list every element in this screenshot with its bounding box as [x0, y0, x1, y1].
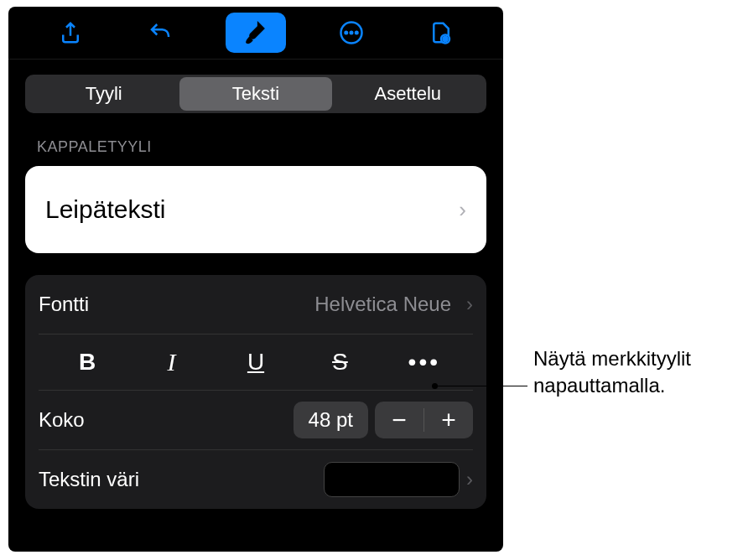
font-value: Helvetica Neue: [314, 293, 451, 316]
more-text-options-button[interactable]: •••: [382, 344, 466, 381]
color-swatch[interactable]: [324, 462, 460, 497]
svg-point-3: [356, 32, 358, 34]
text-style-row: B I U S •••: [39, 334, 473, 391]
text-settings-group: Fontti Helvetica Neue › B I U S ••• Koko…: [25, 275, 486, 509]
size-decrease-button[interactable]: −: [375, 402, 423, 438]
strikethrough-button[interactable]: S: [298, 344, 382, 381]
callout-text: Näytä merkkityylit napauttamalla.: [533, 345, 691, 400]
chevron-right-icon: ›: [459, 197, 466, 223]
svg-point-2: [350, 32, 352, 34]
top-toolbar: [8, 7, 503, 60]
callout-line2: napauttamalla.: [533, 372, 691, 399]
chevron-right-icon: ›: [466, 468, 473, 491]
document-view-button[interactable]: [416, 14, 466, 51]
callout-leader-line: [435, 386, 527, 386]
ellipsis-icon: •••: [408, 349, 440, 375]
tab-style[interactable]: Tyyli: [28, 77, 179, 111]
paragraph-style-heading: KAPPALETYYLI: [25, 138, 486, 156]
format-panel: Tyyli Teksti Asettelu KAPPALETYYLI Leipä…: [8, 7, 503, 552]
callout-line1: Näytä merkkityylit: [533, 345, 691, 372]
tab-segmented-control: Tyyli Teksti Asettelu: [25, 75, 486, 113]
paragraph-style-value: Leipäteksti: [45, 195, 165, 224]
size-value[interactable]: 48 pt: [294, 402, 368, 438]
size-increase-button[interactable]: +: [424, 402, 473, 438]
undo-button[interactable]: [135, 14, 185, 51]
paragraph-style-selector[interactable]: Leipäteksti ›: [25, 166, 486, 253]
font-label: Fontti: [39, 293, 89, 316]
underline-button[interactable]: U: [214, 344, 298, 381]
size-label: Koko: [39, 408, 85, 432]
font-row[interactable]: Fontti Helvetica Neue ›: [39, 275, 473, 334]
format-brush-button[interactable]: [226, 13, 286, 53]
svg-point-1: [345, 32, 347, 34]
bold-button[interactable]: B: [45, 344, 129, 381]
svg-point-5: [444, 37, 448, 41]
tab-text[interactable]: Teksti: [179, 77, 331, 111]
text-color-label: Tekstin väri: [39, 468, 139, 491]
italic-button[interactable]: I: [129, 343, 213, 381]
chevron-right-icon: ›: [466, 293, 473, 316]
tab-layout[interactable]: Asettelu: [332, 77, 484, 111]
size-row: Koko 48 pt − +: [39, 391, 473, 450]
size-stepper: − +: [375, 402, 473, 438]
text-color-row[interactable]: Tekstin väri ›: [39, 450, 473, 509]
panel-content: Tyyli Teksti Asettelu KAPPALETYYLI Leipä…: [8, 60, 503, 524]
share-button[interactable]: [45, 14, 96, 51]
more-button[interactable]: [326, 14, 377, 51]
